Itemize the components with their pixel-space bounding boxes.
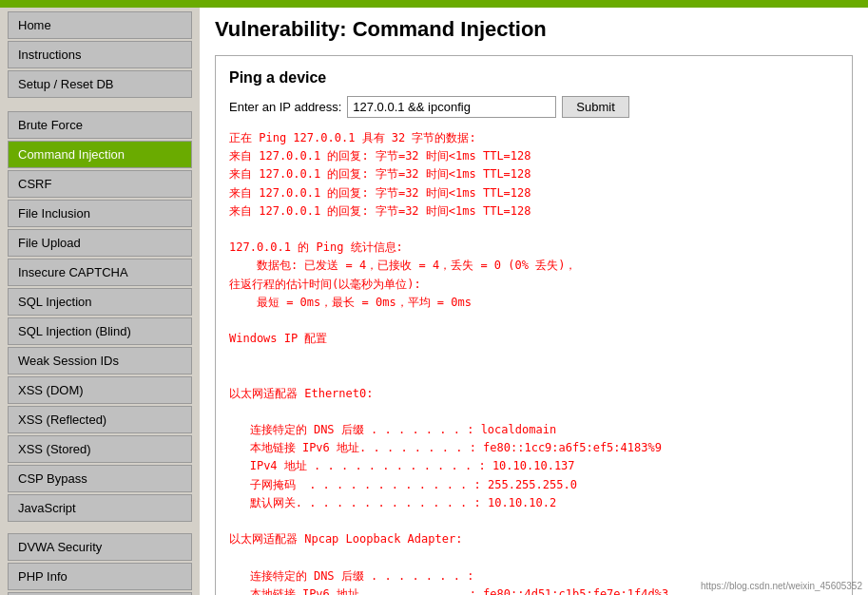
sidebar-item-xss-dom[interactable]: XSS (DOM)	[8, 376, 192, 404]
sidebar-item-xss-stored[interactable]: XSS (Stored)	[8, 435, 192, 463]
sidebar-item-csrf[interactable]: CSRF	[8, 170, 192, 198]
sidebar-item-insecure-captcha[interactable]: Insecure CAPTCHA	[8, 259, 192, 286]
sidebar: Home Instructions Setup / Reset DB Brute…	[0, 8, 200, 595]
sidebar-item-command-injection[interactable]: Command Injection	[8, 141, 192, 168]
page-title: Vulnerability: Command Injection	[215, 17, 853, 46]
output-text: 正在 Ping 127.0.0.1 具有 32 字节的数据: 来自 127.0.…	[229, 129, 839, 595]
ping-title: Ping a device	[229, 69, 839, 86]
sidebar-item-brute-force[interactable]: Brute Force	[8, 111, 192, 139]
sidebar-item-weak-session[interactable]: Weak Session IDs	[8, 347, 192, 374]
ip-label: Enter an IP address:	[229, 100, 341, 114]
ping-section: Ping a device Enter an IP address: Submi…	[215, 55, 853, 595]
sidebar-item-javascript[interactable]: JavaScript	[8, 494, 192, 522]
sidebar-item-xss-reflected[interactable]: XSS (Reflected)	[8, 406, 192, 433]
sidebar-item-php-info[interactable]: PHP Info	[8, 563, 192, 590]
sidebar-item-instructions[interactable]: Instructions	[8, 41, 192, 68]
sidebar-item-sql-injection-blind[interactable]: SQL Injection (Blind)	[8, 317, 192, 345]
submit-button[interactable]: Submit	[562, 96, 628, 118]
ip-input-row: Enter an IP address: Submit	[229, 96, 839, 118]
sidebar-item-file-inclusion[interactable]: File Inclusion	[8, 200, 192, 227]
sidebar-item-sql-injection[interactable]: SQL Injection	[8, 288, 192, 316]
sidebar-group-main: Home Instructions Setup / Reset DB	[8, 11, 192, 98]
sidebar-item-file-upload[interactable]: File Upload	[8, 229, 192, 257]
main-content: Vulnerability: Command Injection Ping a …	[200, 8, 868, 595]
watermark: https://blog.csdn.net/weixin_45605352	[701, 581, 862, 591]
sidebar-item-dvwa-security[interactable]: DVWA Security	[8, 533, 192, 561]
sidebar-item-setup[interactable]: Setup / Reset DB	[8, 70, 192, 98]
ip-input[interactable]	[347, 96, 556, 118]
sidebar-item-csp-bypass[interactable]: CSP Bypass	[8, 465, 192, 492]
sidebar-item-home[interactable]: Home	[8, 11, 192, 39]
